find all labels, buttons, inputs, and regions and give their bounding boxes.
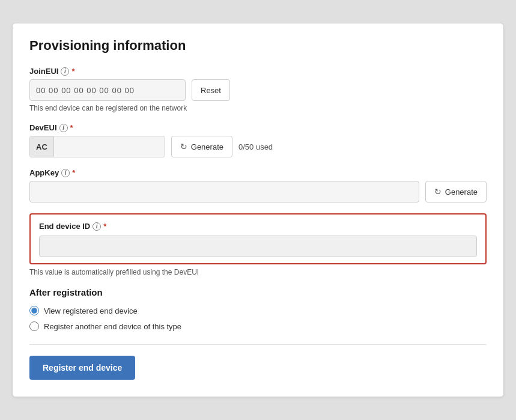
app-key-required: * [72, 168, 75, 177]
after-registration-options: View registered end device Register anot… [29, 306, 487, 331]
app-key-input[interactable] [29, 181, 419, 202]
join-eui-group: JoinEUI i * 00 00 00 00 00 00 00 00 Rese… [29, 67, 487, 112]
end-device-id-label: End device ID i * [39, 222, 477, 231]
dev-eui-generate-button[interactable]: ↻ Generate [171, 136, 232, 157]
dev-eui-refresh-icon: ↻ [180, 142, 187, 151]
radio-register-another-input[interactable] [29, 321, 39, 331]
dev-eui-label: DevEUI i * [29, 123, 487, 132]
bottom-divider [29, 344, 487, 345]
radio-view-device-input[interactable] [29, 306, 39, 315]
dev-eui-prefix: AC [30, 136, 54, 157]
app-key-input-row: ↻ Generate [29, 181, 487, 202]
join-eui-input-row: 00 00 00 00 00 00 00 00 Reset [29, 79, 487, 101]
dev-eui-group: DevEUI i * AC ↻ Generate 0/50 used [29, 123, 487, 157]
end-device-id-input[interactable] [39, 236, 477, 257]
join-eui-input[interactable]: 00 00 00 00 00 00 00 00 [29, 79, 186, 101]
join-eui-label: JoinEUI i * [29, 67, 487, 76]
app-key-group: AppKey i * ↻ Generate [29, 168, 487, 202]
dev-eui-input-row: AC ↻ Generate 0/50 used [29, 136, 487, 157]
app-key-label: AppKey i * [29, 168, 487, 177]
join-eui-hint: This end device can be registered on the… [29, 104, 487, 112]
register-end-device-button[interactable]: Register end device [29, 356, 135, 380]
join-eui-required: * [71, 67, 74, 76]
page-title: Provisioning information [29, 38, 487, 53]
dev-eui-required: * [70, 123, 73, 132]
end-device-id-section: End device ID i * [29, 213, 487, 264]
app-key-help-icon[interactable]: i [61, 169, 70, 177]
dev-eui-help-icon[interactable]: i [59, 124, 68, 132]
join-eui-reset-button[interactable]: Reset [192, 79, 230, 101]
dev-eui-used-count: 0/50 used [238, 142, 273, 151]
radio-view-device[interactable]: View registered end device [29, 306, 487, 315]
dev-eui-input[interactable] [54, 136, 165, 157]
end-device-id-required: * [103, 222, 106, 231]
join-eui-help-icon[interactable]: i [61, 67, 69, 76]
end-device-id-hint: This value is automatically prefilled us… [29, 268, 487, 276]
provisioning-card: Provisioning information JoinEUI i * 00 … [12, 23, 504, 397]
end-device-id-help-icon[interactable]: i [93, 222, 101, 231]
radio-register-another[interactable]: Register another end device of this type [29, 321, 487, 331]
dev-eui-input-wrapper: AC [29, 136, 165, 157]
app-key-refresh-icon: ↻ [434, 187, 442, 196]
after-registration-title: After registration [29, 287, 487, 297]
app-key-generate-button[interactable]: ↻ Generate [425, 181, 487, 202]
